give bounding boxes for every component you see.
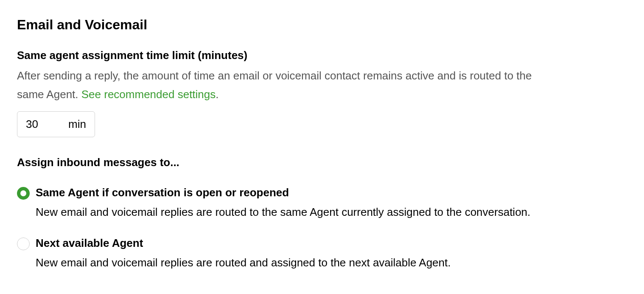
time-limit-description: After sending a reply, the amount of tim… (17, 66, 560, 104)
assignment-radio-group: Assign inbound messages to... Same Agent… (17, 156, 627, 271)
time-limit-input-wrap[interactable]: min (17, 111, 95, 137)
radio-text-block: Next available Agent New email and voice… (36, 237, 627, 272)
time-limit-field: Same agent assignment time limit (minute… (17, 49, 627, 137)
radio-desc-same-agent: New email and voicemail replies are rout… (36, 204, 627, 221)
radio-label-same-agent: Same Agent if conversation is open or re… (36, 186, 627, 199)
time-limit-unit: min (68, 118, 86, 131)
section-title: Email and Voicemail (17, 17, 627, 33)
assignment-label: Assign inbound messages to... (17, 156, 627, 169)
time-limit-label: Same agent assignment time limit (minute… (17, 49, 627, 62)
radio-text-block: Same Agent if conversation is open or re… (36, 186, 627, 221)
time-limit-desc-period: . (216, 88, 218, 101)
radio-label-next-agent: Next available Agent (36, 237, 627, 250)
time-limit-input[interactable] (26, 118, 51, 131)
radio-option-same-agent[interactable]: Same Agent if conversation is open or re… (17, 186, 627, 221)
radio-circle-icon (17, 187, 30, 200)
radio-circle-icon (17, 237, 30, 250)
radio-option-next-agent[interactable]: Next available Agent New email and voice… (17, 237, 627, 272)
recommended-settings-link[interactable]: See recommended settings (81, 88, 216, 101)
radio-desc-next-agent: New email and voicemail replies are rout… (36, 254, 627, 272)
